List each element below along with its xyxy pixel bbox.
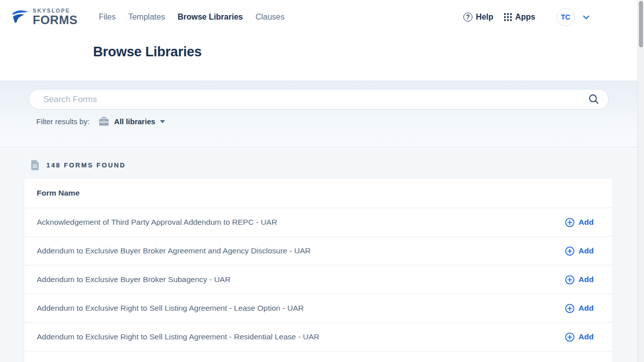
page-title: Browse Libraries (93, 44, 202, 60)
logo-forms-label: FORMS (33, 14, 77, 26)
add-button-label: Add (579, 275, 594, 284)
form-name: Acknowledgement of Third Party Approval … (37, 218, 277, 227)
forms-table-card: Form Name Acknowledgement of Third Party… (24, 178, 612, 362)
table-row: Addendum to Exclusive Right to Sell List… (24, 322, 612, 351)
add-button-label: Add (579, 246, 594, 255)
add-button-label: Add (579, 332, 594, 341)
top-navigation-bar: SKYSLOPE FORMS Files Templates Browse Li… (0, 0, 644, 34)
caret-down-icon (160, 120, 165, 123)
document-icon (30, 160, 40, 170)
library-filter-dropdown[interactable]: All libraries (99, 117, 165, 126)
column-header-form-name: Form Name (37, 189, 79, 198)
apps-grid-icon (504, 13, 512, 21)
logo-skyslope-label: SKYSLOPE (33, 8, 77, 14)
add-button[interactable]: Add (565, 275, 594, 285)
plus-circle-icon (565, 275, 575, 285)
help-label: Help (476, 13, 494, 22)
plus-circle-icon (565, 332, 575, 342)
table-header: Form Name (24, 178, 612, 208)
table-row: Acknowledgement of Third Party Approval … (24, 208, 612, 236)
filter-label: Filter results by: (36, 117, 90, 126)
form-name: Addendum to Exclusive Right to Sell List… (37, 304, 304, 313)
filter-selected-value: All libraries (114, 117, 155, 126)
add-button[interactable]: Add (565, 246, 594, 256)
help-question-icon (463, 13, 472, 22)
nav-item-clauses[interactable]: Clauses (256, 13, 285, 22)
form-name: Addendum to Exclusive Buyer Broker Subag… (37, 275, 230, 284)
results-count-row: 148 FORMS FOUND (30, 160, 644, 170)
skyslope-forms-logo[interactable]: SKYSLOPE FORMS (11, 8, 77, 27)
add-button[interactable]: Add (565, 218, 594, 227)
table-row: Addendum to Exclusive Buyer Broker Subag… (24, 265, 612, 294)
help-button[interactable]: Help (463, 13, 494, 22)
table-row: Addendum to Exclusive Right to Sell List… (24, 294, 612, 322)
add-button-label: Add (579, 304, 594, 313)
search-icon[interactable] (588, 94, 600, 105)
plus-circle-icon (565, 218, 575, 227)
results-count-text: 148 FORMS FOUND (46, 161, 126, 169)
scrollbar-track[interactable] (637, 0, 644, 362)
header-actions: Help Apps TC (463, 8, 590, 26)
plus-circle-icon (565, 304, 575, 313)
skyslope-swoosh-icon (11, 8, 30, 26)
nav-item-templates[interactable]: Templates (128, 13, 165, 22)
logo-text: SKYSLOPE FORMS (33, 8, 77, 27)
browse-libraries-page: SKYSLOPE FORMS Files Templates Browse Li… (0, 0, 644, 362)
results-section: 148 FORMS FOUND Form Name Acknowledgemen… (0, 147, 644, 362)
add-button[interactable]: Add (565, 332, 594, 342)
user-menu[interactable]: TC (556, 8, 590, 26)
search-section: Filter results by: All libraries (0, 80, 644, 147)
form-name: Addendum to Exclusive Buyer Broker Agree… (37, 246, 310, 255)
chevron-down-icon[interactable] (583, 15, 590, 20)
search-input[interactable] (29, 89, 609, 110)
nav-item-files[interactable]: Files (99, 13, 116, 22)
header: SKYSLOPE FORMS Files Templates Browse Li… (0, 0, 644, 80)
add-button-label: Add (579, 218, 594, 227)
form-name: Addendum to Exclusive Right to Sell List… (37, 332, 319, 341)
table-row: Addendum to Exclusive Buyer Broker Agree… (24, 236, 612, 265)
apps-button[interactable]: Apps (504, 13, 536, 22)
avatar[interactable]: TC (556, 8, 575, 26)
add-button[interactable]: Add (565, 304, 594, 313)
table-body: Acknowledgement of Third Party Approval … (24, 208, 612, 362)
search-box (29, 89, 609, 110)
main-nav: Files Templates Browse Libraries Clauses (99, 13, 284, 22)
scrollbar-thumb[interactable] (639, 1, 643, 47)
briefcase-icon (99, 117, 109, 126)
nav-item-browse-libraries[interactable]: Browse Libraries (178, 13, 243, 22)
plus-circle-icon (565, 246, 575, 256)
table-row-partial (24, 351, 612, 362)
apps-label: Apps (515, 13, 535, 22)
filter-row: Filter results by: All libraries (36, 117, 644, 126)
